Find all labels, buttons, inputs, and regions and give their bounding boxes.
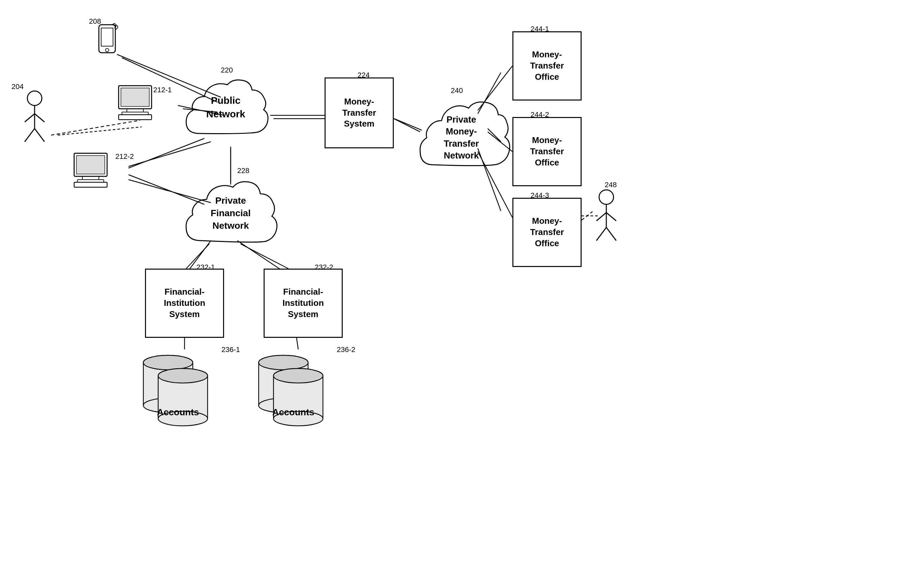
svg-point-16 — [28, 91, 42, 106]
svg-line-20 — [25, 129, 34, 142]
mto-2-label: Money-TransferOffice — [530, 135, 564, 168]
accounts-1: Accounts — [132, 346, 224, 451]
svg-rect-35 — [74, 182, 107, 187]
fi-system-2-ref: 232-2 — [315, 263, 333, 272]
private-financial-network-label: PrivateFinancialNetwork — [180, 194, 282, 232]
svg-point-47 — [158, 368, 208, 383]
fi-system-1-label: Financial-InstitutionSystem — [164, 287, 205, 320]
money-transfer-system: Money-TransferSystem — [325, 77, 394, 148]
svg-line-21 — [34, 129, 44, 142]
private-money-transfer-network-ref: 240 — [451, 86, 463, 95]
person-sender — [18, 89, 51, 148]
private-money-transfer-network: PrivateMoney-TransferNetwork — [415, 92, 508, 178]
svg-point-53 — [259, 355, 308, 370]
accounts-1-ref: 236-1 — [221, 345, 240, 354]
svg-line-19 — [34, 114, 44, 122]
svg-point-60 — [599, 190, 613, 204]
svg-point-41 — [143, 355, 193, 370]
computer-2 — [73, 151, 116, 188]
mto-3-ref: 244-3 — [530, 191, 549, 200]
svg-rect-23 — [101, 28, 113, 46]
mto-2-ref: 244-2 — [530, 111, 549, 119]
person-receiver-label: 248 — [605, 181, 617, 189]
computer-2-label: 212-2 — [116, 152, 134, 161]
mto-1-ref: 244-1 — [530, 25, 549, 33]
mto-1-label: Money-TransferOffice — [530, 49, 564, 82]
mto-1: Money-TransferOffice — [513, 31, 582, 101]
svg-line-64 — [596, 227, 606, 241]
money-transfer-system-label: Money-TransferSystem — [342, 96, 376, 130]
accounts-2-ref: 236-2 — [337, 345, 355, 354]
accounts-2-label: Accounts — [247, 407, 339, 418]
fi-system-2: Financial-InstitutionSystem — [264, 269, 343, 338]
mobile-phone — [94, 23, 120, 63]
svg-rect-27 — [121, 88, 149, 106]
fi-system-1-ref: 232-1 — [196, 263, 215, 272]
public-network: PublicNetwork — [180, 71, 272, 147]
person-receiver — [590, 188, 623, 247]
svg-point-59 — [273, 368, 323, 383]
stick-figure-receiver-icon — [590, 188, 921, 588]
mto-3: Money-TransferOffice — [513, 198, 582, 267]
computer-1-label: 212-1 — [153, 86, 172, 94]
private-financial-network: PrivateFinancialNetwork — [180, 171, 282, 254]
person-sender-label: 204 — [11, 82, 24, 91]
private-money-transfer-network-label: PrivateMoney-TransferNetwork — [415, 114, 508, 162]
fi-system-1: Financial-InstitutionSystem — [145, 269, 224, 338]
private-financial-network-ref: 228 — [237, 166, 249, 175]
svg-line-18 — [25, 114, 34, 122]
network-diagram: 204 208 212-1 — [0, 0, 921, 588]
money-transfer-system-ref: 224 — [358, 71, 370, 80]
mto-2: Money-TransferOffice — [513, 117, 582, 186]
accounts-1-label: Accounts — [132, 407, 224, 418]
svg-rect-32 — [76, 156, 105, 174]
accounts-2: Accounts — [247, 346, 339, 451]
svg-line-62 — [596, 213, 606, 221]
svg-point-24 — [106, 49, 109, 52]
fi-system-2-label: Financial-InstitutionSystem — [282, 287, 324, 320]
public-network-label: PublicNetwork — [180, 94, 272, 121]
mobile-label: 208 — [89, 17, 101, 26]
mto-3-label: Money-TransferOffice — [530, 215, 564, 249]
public-network-ref: 220 — [221, 66, 233, 75]
svg-line-63 — [606, 213, 616, 221]
svg-line-65 — [606, 227, 616, 241]
svg-rect-30 — [119, 115, 151, 120]
